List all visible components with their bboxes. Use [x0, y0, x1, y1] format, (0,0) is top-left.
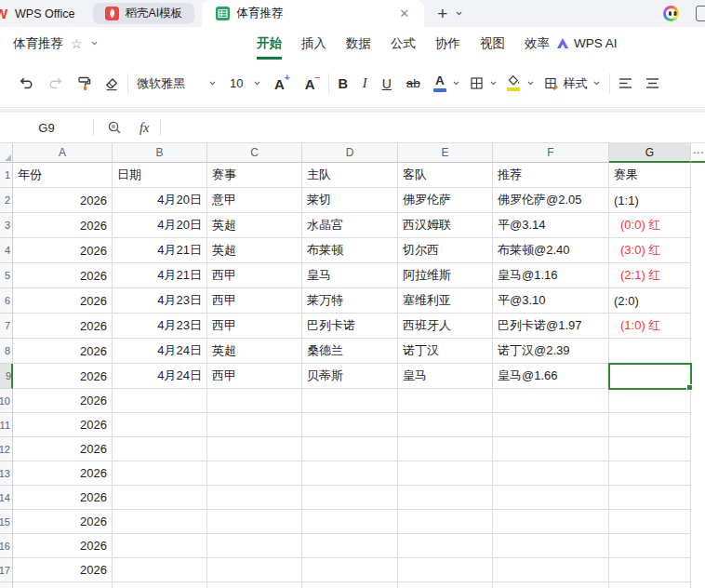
cell-A4[interactable]: 2026	[13, 238, 113, 263]
cell-F9[interactable]: 皇马@1.66	[493, 364, 609, 389]
cell-E5[interactable]: 阿拉维斯	[398, 263, 493, 288]
cell-F6[interactable]: 平@3.10	[493, 288, 609, 314]
tab-docer-templates[interactable]: 稻壳AI模板	[93, 3, 194, 24]
menu-item-开始[interactable]: 开始	[257, 27, 282, 60]
cell-E11[interactable]	[398, 413, 493, 437]
cell-style-button[interactable]: 样式	[544, 75, 601, 92]
column-header-A[interactable]: A	[13, 143, 113, 163]
cell-D9[interactable]: 贝蒂斯	[302, 364, 398, 389]
cell-D4[interactable]: 布莱顿	[302, 238, 398, 263]
favorite-star-icon[interactable]: ☆	[71, 36, 83, 51]
cell-F15[interactable]	[493, 510, 609, 534]
cell-C2[interactable]: 意甲	[207, 188, 302, 213]
new-tab-button[interactable]: +	[437, 4, 447, 24]
cell-D8[interactable]: 桑德兰	[302, 339, 398, 364]
bold-button[interactable]: B	[338, 76, 347, 91]
column-header-E[interactable]: E	[398, 143, 493, 163]
account-avatar[interactable]	[663, 6, 679, 21]
cell-B16[interactable]	[113, 534, 207, 558]
cell-B10[interactable]	[113, 389, 207, 413]
cell-G7[interactable]: (1:0) 红	[609, 314, 691, 339]
cell-F2[interactable]: 佛罗伦萨@2.05	[493, 188, 609, 213]
row-header-13[interactable]: 13	[0, 461, 13, 486]
cell-C10[interactable]	[207, 389, 302, 413]
cell-C5[interactable]: 西甲	[207, 263, 302, 288]
cell-B8[interactable]: 4月24日	[113, 339, 207, 364]
cell-C18[interactable]	[207, 582, 302, 588]
cell-E1[interactable]: 客队	[398, 163, 493, 188]
column-header-G[interactable]: G	[609, 143, 691, 163]
insert-function-icon[interactable]: fx	[140, 120, 149, 136]
row-header-14[interactable]: 14	[0, 486, 13, 510]
cell-G3[interactable]: (0:0) 红	[609, 213, 691, 238]
cell-E12[interactable]	[398, 437, 493, 461]
cell-A12[interactable]: 2026	[13, 437, 113, 461]
cell-F10[interactable]	[493, 389, 609, 413]
cell-C11[interactable]	[207, 413, 302, 437]
decrease-font-size-button[interactable]: A−	[305, 75, 321, 92]
cell-A16[interactable]: 2026	[13, 534, 113, 558]
cell-G6[interactable]: (2:0)	[609, 288, 691, 314]
row-header-4[interactable]: 4	[0, 238, 13, 263]
row-header-9[interactable]: 9	[0, 364, 13, 389]
cell-E9[interactable]: 皇马	[398, 364, 493, 389]
cell-A6[interactable]: 2026	[13, 288, 113, 314]
cell-G13[interactable]	[609, 461, 691, 486]
cell-F16[interactable]	[493, 534, 609, 558]
align-center-icon[interactable]	[645, 77, 659, 89]
select-all-corner[interactable]	[0, 143, 13, 163]
cell-B17[interactable]	[113, 558, 207, 582]
cell-G9[interactable]	[609, 364, 691, 389]
cell-B4[interactable]: 4月21日	[113, 238, 207, 263]
cell-C4[interactable]: 英超	[207, 238, 302, 263]
fill-color-button[interactable]	[507, 75, 521, 91]
underline-button[interactable]: U	[382, 76, 392, 91]
cell-F13[interactable]	[493, 461, 609, 486]
cell-C13[interactable]	[207, 461, 302, 486]
cell-D7[interactable]: 巴列卡诺	[302, 314, 398, 339]
align-left-icon[interactable]	[619, 77, 632, 89]
cell-F4[interactable]: 布莱顿@2.40	[493, 238, 609, 263]
cell-D15[interactable]	[302, 510, 398, 534]
cell-A3[interactable]: 2026	[13, 213, 113, 238]
strikethrough-button[interactable]: ab	[406, 76, 420, 90]
column-header-B[interactable]: B	[113, 143, 207, 163]
cell-C7[interactable]: 西甲	[207, 314, 302, 339]
row-header-10[interactable]: 10	[0, 389, 13, 413]
cell-C3[interactable]: 英超	[207, 213, 302, 238]
cell-C12[interactable]	[207, 437, 302, 461]
cell-B7[interactable]: 4月23日	[113, 314, 207, 339]
cell-E3[interactable]: 西汉姆联	[398, 213, 493, 238]
row-header-3[interactable]: 3	[0, 213, 13, 238]
cell-C6[interactable]: 西甲	[207, 288, 302, 314]
cell-D12[interactable]	[302, 437, 398, 461]
cell-B14[interactable]	[113, 486, 207, 510]
cell-F7[interactable]: 巴列卡诺@1.97	[493, 314, 609, 339]
column-header-D[interactable]: D	[302, 143, 398, 163]
menu-item-协作[interactable]: 协作	[435, 27, 460, 60]
borders-icon[interactable]	[470, 76, 484, 90]
cell-D11[interactable]	[302, 413, 398, 437]
cell-B13[interactable]	[113, 461, 207, 486]
cell-G14[interactable]	[609, 486, 691, 510]
cell-F17[interactable]	[493, 558, 609, 582]
cell-B1[interactable]: 日期	[113, 163, 207, 188]
cell-G2[interactable]: (1:1)	[609, 188, 691, 213]
cell-G4[interactable]: (3:0) 红	[609, 238, 691, 263]
cell-A18[interactable]	[13, 582, 113, 588]
row-header-1[interactable]: 1	[0, 163, 13, 188]
cell-C15[interactable]	[207, 510, 302, 534]
cell-F5[interactable]: 皇马@1.16	[493, 263, 609, 288]
tab-list-chevron-icon[interactable]	[455, 9, 463, 18]
cell-F12[interactable]	[493, 437, 609, 461]
cell-B11[interactable]	[113, 413, 207, 437]
menu-item-插入[interactable]: 插入	[301, 27, 326, 60]
row-header-18[interactable]: 18	[0, 582, 13, 588]
cell-E10[interactable]	[398, 389, 493, 413]
column-header-F[interactable]: F	[493, 143, 609, 163]
cell-F3[interactable]: 平@3.14	[493, 213, 609, 238]
font-name-select[interactable]: 微软雅黑	[137, 75, 217, 92]
cell-D1[interactable]: 主队	[302, 163, 398, 188]
menu-item-视图[interactable]: 视图	[480, 27, 505, 60]
cell-E15[interactable]	[398, 510, 493, 534]
